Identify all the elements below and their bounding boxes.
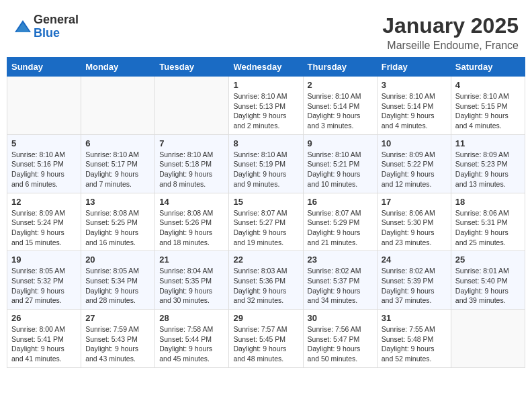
day-info: Sunrise: 8:10 AMSunset: 5:16 PMDaylight:… xyxy=(11,150,77,189)
calendar-cell: 29Sunrise: 7:57 AMSunset: 5:45 PMDayligh… xyxy=(229,310,303,368)
calendar-cell: 26Sunrise: 8:00 AMSunset: 5:41 PMDayligh… xyxy=(7,310,81,368)
day-info: Sunrise: 8:09 AMSunset: 5:24 PMDaylight:… xyxy=(11,208,77,248)
day-number: 18 xyxy=(455,197,521,207)
day-info: Sunrise: 8:07 AMSunset: 5:27 PMDaylight:… xyxy=(233,208,298,248)
day-info: Sunrise: 8:06 AMSunset: 5:30 PMDaylight:… xyxy=(382,208,447,248)
day-info: Sunrise: 8:04 AMSunset: 5:35 PMDaylight:… xyxy=(159,266,224,306)
logo-icon xyxy=(13,17,32,36)
day-number: 22 xyxy=(233,255,298,265)
weekday-header-wednesday: Wednesday xyxy=(229,58,303,77)
day-number: 17 xyxy=(382,197,447,207)
week-row-4: 19Sunrise: 8:05 AMSunset: 5:32 PMDayligh… xyxy=(7,251,525,310)
calendar-cell: 13Sunrise: 8:08 AMSunset: 5:25 PMDayligh… xyxy=(81,193,155,251)
day-number: 6 xyxy=(85,138,150,148)
day-number: 26 xyxy=(11,313,77,323)
day-number: 1 xyxy=(233,80,298,90)
week-row-5: 26Sunrise: 8:00 AMSunset: 5:41 PMDayligh… xyxy=(7,310,525,368)
calendar-table: SundayMondayTuesdayWednesdayThursdayFrid… xyxy=(7,57,525,368)
calendar-cell xyxy=(7,77,81,135)
calendar-cell: 6Sunrise: 8:10 AMSunset: 5:17 PMDaylight… xyxy=(81,134,155,193)
logo: General Blue xyxy=(13,13,79,40)
calendar-cell xyxy=(155,77,229,135)
day-number: 7 xyxy=(159,138,224,148)
calendar-cell: 11Sunrise: 8:09 AMSunset: 5:23 PMDayligh… xyxy=(451,134,525,193)
calendar-cell: 4Sunrise: 8:10 AMSunset: 5:15 PMDaylight… xyxy=(451,77,525,135)
day-number: 10 xyxy=(382,138,447,148)
calendar-cell: 5Sunrise: 8:10 AMSunset: 5:16 PMDaylight… xyxy=(7,134,81,193)
calendar-cell: 30Sunrise: 7:56 AMSunset: 5:47 PMDayligh… xyxy=(303,310,377,368)
day-number: 20 xyxy=(85,255,150,265)
day-number: 13 xyxy=(85,197,150,207)
day-info: Sunrise: 7:58 AMSunset: 5:44 PMDaylight:… xyxy=(159,324,224,364)
day-info: Sunrise: 8:10 AMSunset: 5:15 PMDaylight:… xyxy=(455,91,521,131)
day-info: Sunrise: 8:10 AMSunset: 5:17 PMDaylight:… xyxy=(85,150,150,189)
calendar-cell xyxy=(451,310,525,368)
header: General Blue January 2025 Marseille Endo… xyxy=(7,7,525,57)
day-info: Sunrise: 7:55 AMSunset: 5:48 PMDaylight:… xyxy=(382,324,447,364)
weekday-header-friday: Friday xyxy=(377,58,451,77)
calendar-cell: 31Sunrise: 7:55 AMSunset: 5:48 PMDayligh… xyxy=(377,310,451,368)
day-number: 9 xyxy=(308,138,373,148)
calendar-cell: 1Sunrise: 8:10 AMSunset: 5:13 PMDaylight… xyxy=(229,77,303,135)
day-info: Sunrise: 8:05 AMSunset: 5:32 PMDaylight:… xyxy=(11,266,77,306)
calendar-cell: 22Sunrise: 8:03 AMSunset: 5:36 PMDayligh… xyxy=(229,251,303,310)
day-number: 19 xyxy=(11,255,77,265)
calendar-cell: 21Sunrise: 8:04 AMSunset: 5:35 PMDayligh… xyxy=(155,251,229,310)
day-info: Sunrise: 8:06 AMSunset: 5:31 PMDaylight:… xyxy=(455,208,521,248)
calendar-cell: 17Sunrise: 8:06 AMSunset: 5:30 PMDayligh… xyxy=(377,193,451,251)
weekday-header-tuesday: Tuesday xyxy=(155,58,229,77)
week-row-1: 1Sunrise: 8:10 AMSunset: 5:13 PMDaylight… xyxy=(7,77,525,135)
calendar-cell: 15Sunrise: 8:07 AMSunset: 5:27 PMDayligh… xyxy=(229,193,303,251)
day-info: Sunrise: 8:10 AMSunset: 5:18 PMDaylight:… xyxy=(159,150,224,189)
calendar-cell: 8Sunrise: 8:10 AMSunset: 5:19 PMDaylight… xyxy=(229,134,303,193)
day-number: 21 xyxy=(159,255,224,265)
month-title: January 2025 xyxy=(382,13,519,38)
calendar-cell: 24Sunrise: 8:02 AMSunset: 5:39 PMDayligh… xyxy=(377,251,451,310)
day-info: Sunrise: 8:02 AMSunset: 5:37 PMDaylight:… xyxy=(308,266,373,306)
day-info: Sunrise: 8:01 AMSunset: 5:40 PMDaylight:… xyxy=(455,266,521,306)
calendar-cell: 3Sunrise: 8:10 AMSunset: 5:14 PMDaylight… xyxy=(377,77,451,135)
logo-text: General Blue xyxy=(34,13,79,40)
day-number: 8 xyxy=(233,138,298,148)
day-number: 28 xyxy=(159,313,224,323)
day-info: Sunrise: 8:09 AMSunset: 5:22 PMDaylight:… xyxy=(382,150,447,189)
day-number: 29 xyxy=(233,313,298,323)
logo-blue-text: Blue xyxy=(34,27,79,40)
day-number: 15 xyxy=(233,197,298,207)
title-area: January 2025 Marseille Endoume, France xyxy=(382,13,519,52)
day-info: Sunrise: 8:02 AMSunset: 5:39 PMDaylight:… xyxy=(382,266,447,306)
day-info: Sunrise: 8:10 AMSunset: 5:14 PMDaylight:… xyxy=(382,91,447,131)
day-info: Sunrise: 8:03 AMSunset: 5:36 PMDaylight:… xyxy=(233,266,298,306)
day-info: Sunrise: 8:05 AMSunset: 5:34 PMDaylight:… xyxy=(85,266,150,306)
weekday-header-sunday: Sunday xyxy=(7,58,81,77)
week-row-2: 5Sunrise: 8:10 AMSunset: 5:16 PMDaylight… xyxy=(7,134,525,193)
week-row-3: 12Sunrise: 8:09 AMSunset: 5:24 PMDayligh… xyxy=(7,193,525,251)
weekday-header-thursday: Thursday xyxy=(303,58,377,77)
day-info: Sunrise: 8:10 AMSunset: 5:19 PMDaylight:… xyxy=(233,150,298,189)
calendar-cell: 2Sunrise: 8:10 AMSunset: 5:14 PMDaylight… xyxy=(303,77,377,135)
calendar-cell: 28Sunrise: 7:58 AMSunset: 5:44 PMDayligh… xyxy=(155,310,229,368)
calendar-cell: 20Sunrise: 8:05 AMSunset: 5:34 PMDayligh… xyxy=(81,251,155,310)
day-info: Sunrise: 8:10 AMSunset: 5:21 PMDaylight:… xyxy=(308,150,373,189)
day-info: Sunrise: 8:09 AMSunset: 5:23 PMDaylight:… xyxy=(455,150,521,189)
day-number: 31 xyxy=(382,313,447,323)
day-number: 25 xyxy=(455,255,521,265)
calendar-cell: 23Sunrise: 8:02 AMSunset: 5:37 PMDayligh… xyxy=(303,251,377,310)
day-info: Sunrise: 8:08 AMSunset: 5:25 PMDaylight:… xyxy=(85,208,150,248)
day-number: 3 xyxy=(382,80,447,90)
weekday-header-saturday: Saturday xyxy=(451,58,525,77)
calendar-cell: 12Sunrise: 8:09 AMSunset: 5:24 PMDayligh… xyxy=(7,193,81,251)
day-info: Sunrise: 8:10 AMSunset: 5:13 PMDaylight:… xyxy=(233,91,298,131)
day-info: Sunrise: 8:00 AMSunset: 5:41 PMDaylight:… xyxy=(11,324,77,364)
day-number: 12 xyxy=(11,197,77,207)
day-number: 24 xyxy=(382,255,447,265)
calendar-cell: 14Sunrise: 8:08 AMSunset: 5:26 PMDayligh… xyxy=(155,193,229,251)
day-info: Sunrise: 8:08 AMSunset: 5:26 PMDaylight:… xyxy=(159,208,224,248)
day-info: Sunrise: 7:59 AMSunset: 5:43 PMDaylight:… xyxy=(85,324,150,364)
calendar-cell: 16Sunrise: 8:07 AMSunset: 5:29 PMDayligh… xyxy=(303,193,377,251)
weekday-header-monday: Monday xyxy=(81,58,155,77)
calendar-cell xyxy=(81,77,155,135)
day-number: 30 xyxy=(308,313,373,323)
day-number: 27 xyxy=(85,313,150,323)
calendar-cell: 9Sunrise: 8:10 AMSunset: 5:21 PMDaylight… xyxy=(303,134,377,193)
